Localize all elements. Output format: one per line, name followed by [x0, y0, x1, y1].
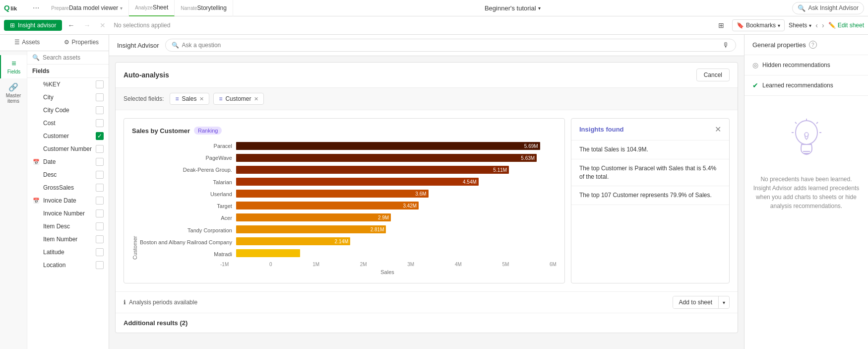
bar-row[interactable]: 5.63M — [236, 152, 557, 163]
add-to-sheet-main-button[interactable]: Add to sheet — [673, 296, 719, 308]
remove-customer-button[interactable]: ✕ — [254, 96, 258, 102]
prev-sheet-button[interactable]: ‹ — [815, 21, 818, 29]
learned-recommendations-item[interactable]: ✔ Learned recommendations — [744, 75, 868, 96]
field-checkbox[interactable] — [96, 222, 104, 230]
next-sheet-button[interactable]: › — [822, 21, 824, 29]
cancel-button[interactable]: Cancel — [696, 69, 730, 81]
search-icon: 🔍 — [172, 42, 179, 49]
analyze-nav[interactable]: Analyze Sheet — [129, 0, 175, 16]
bar-row[interactable] — [236, 248, 557, 259]
field-item[interactable]: Desc — [27, 168, 109, 181]
y-axis-label: Boston and Albany Railroad Company — [140, 237, 232, 248]
assets-tab[interactable]: ☰ Assets — [0, 35, 55, 51]
add-to-sheet-dropdown-button[interactable]: ▾ — [719, 297, 729, 308]
x-axis-label: 0 — [269, 262, 272, 267]
y-axis-label: Userland — [140, 189, 232, 200]
bar-row[interactable]: 4.54M — [236, 176, 557, 187]
field-item[interactable]: GrossSales — [27, 181, 109, 194]
field-item[interactable]: City Code — [27, 104, 109, 117]
prepare-nav[interactable]: Prepare Data model viewer ▾ — [45, 0, 129, 16]
bar-row[interactable]: 2.14M — [236, 236, 557, 247]
search-assets-input[interactable] — [43, 54, 104, 61]
field-checkbox[interactable] — [96, 158, 104, 166]
bar-row[interactable]: 2.81M — [236, 224, 557, 235]
analysis-periods: ℹ Analysis periods available — [124, 299, 197, 306]
field-item[interactable]: Cost — [27, 117, 109, 130]
x-axis-label: -1M — [220, 262, 229, 267]
remove-sales-button[interactable]: ✕ — [199, 96, 204, 102]
field-item[interactable]: 📅Invoice Date — [27, 194, 109, 207]
sheets-button[interactable]: Sheets ▾ — [789, 22, 811, 29]
field-checkbox[interactable] — [96, 235, 104, 243]
field-item[interactable]: Item Desc — [27, 220, 109, 233]
bar-chart: Customer ParacelPageWaveDeak-Perera Grou… — [132, 140, 557, 275]
add-to-sheet-button[interactable]: Add to sheet ▾ — [673, 296, 730, 309]
insights-header: Insights found ✕ — [571, 119, 729, 140]
field-checkbox[interactable] — [96, 248, 104, 256]
field-item[interactable]: City — [27, 91, 109, 104]
insight-item-2: The top Customer is Paracel with Sales t… — [571, 159, 729, 187]
no-selections-label: No selections applied — [114, 22, 170, 29]
fields-nav-item[interactable]: ≡ Fields — [0, 55, 27, 78]
bar: 2.14M — [236, 237, 350, 245]
help-icon[interactable]: ? — [809, 41, 817, 49]
insight-item-1: The total Sales is 104.9M. — [571, 140, 729, 159]
bar-row[interactable]: 5.69M — [236, 140, 557, 151]
ranking-badge: Ranking — [194, 127, 222, 135]
properties-tab[interactable]: ⚙ Properties — [55, 35, 109, 51]
field-checkbox[interactable] — [96, 93, 104, 101]
main-layout: ☰ Assets ⚙ Properties ≡ Fields 🔗 Master … — [0, 35, 868, 349]
field-checkbox[interactable] — [96, 80, 104, 88]
bar-row[interactable]: 5.11M — [236, 164, 557, 175]
field-checkbox[interactable] — [96, 209, 104, 217]
field-item[interactable]: %KEY — [27, 78, 109, 91]
close-insights-button[interactable]: ✕ — [715, 125, 721, 134]
insight-advisor-tab[interactable]: ⊞ Insight advisor — [4, 20, 62, 31]
panel-tabs: ☰ Assets ⚙ Properties — [0, 35, 109, 51]
search-assets-container: 🔍 — [27, 51, 109, 65]
edit-sheet-button[interactable]: ✏️ Edit sheet — [828, 22, 864, 29]
field-item[interactable]: Location — [27, 259, 109, 272]
field-checkbox[interactable]: ✓ — [96, 132, 104, 140]
field-checkbox[interactable] — [96, 261, 104, 269]
bookmarks-button[interactable]: 🔖 Bookmarks ▾ — [732, 19, 785, 31]
panel-content: ≡ Fields 🔗 Master items 🔍 Fields %KEYCit… — [0, 51, 109, 349]
field-checkbox[interactable] — [96, 145, 104, 153]
selection-forward-button[interactable]: → — [80, 18, 94, 32]
more-options-icon[interactable]: ··· — [33, 3, 39, 12]
fields-header: Fields — [27, 65, 109, 78]
field-item[interactable]: Item Number — [27, 233, 109, 246]
master-items-nav-item[interactable]: 🔗 Master items — [0, 78, 27, 108]
field-checkbox[interactable] — [96, 171, 104, 179]
ask-question-input[interactable] — [182, 42, 720, 49]
ask-insight-advisor-button[interactable]: 🔍 Ask Insight Advisor — [792, 2, 864, 14]
field-checkbox[interactable] — [96, 197, 104, 205]
y-axis-label: Acer — [140, 212, 232, 223]
bar: 2.9M — [236, 213, 391, 221]
y-axis-label: Matradi — [140, 249, 232, 260]
qlik-logo[interactable]: Q lik — [4, 3, 29, 13]
field-checkbox[interactable] — [96, 119, 104, 127]
grid-view-button[interactable]: ⊞ — [714, 18, 728, 32]
field-item[interactable]: Customer Number — [27, 142, 109, 155]
ask-question-container[interactable]: 🔍 🎙 — [165, 39, 736, 52]
bar-row[interactable]: 3.42M — [236, 200, 557, 211]
field-checkbox[interactable] — [96, 184, 104, 192]
clear-selections-button[interactable]: ✕ — [96, 18, 110, 32]
field-item[interactable]: Latitude — [27, 246, 109, 259]
selection-back-button[interactable]: ← — [64, 18, 78, 32]
x-axis-label: 4M — [455, 262, 462, 267]
svg-text:lik: lik — [10, 5, 17, 11]
field-item[interactable]: 📅Date — [27, 155, 109, 168]
microphone-icon[interactable]: 🎙 — [723, 41, 730, 49]
field-item[interactable]: Invoice Number — [27, 207, 109, 220]
bar-row[interactable]: 2.9M — [236, 212, 557, 223]
field-checkbox[interactable] — [96, 106, 104, 114]
hidden-recommendations-item[interactable]: ◎ Hidden recommendations — [744, 55, 868, 75]
tutorial-button[interactable]: Beginner's tutorial ▾ — [485, 4, 541, 12]
chart-title: Sales by Customer — [132, 127, 190, 135]
info-icon: ℹ — [124, 299, 126, 306]
field-item[interactable]: Customer✓ — [27, 130, 109, 142]
bar-row[interactable]: 3.6M — [236, 188, 557, 199]
narrate-nav[interactable]: Narrate Storytelling — [175, 0, 233, 16]
